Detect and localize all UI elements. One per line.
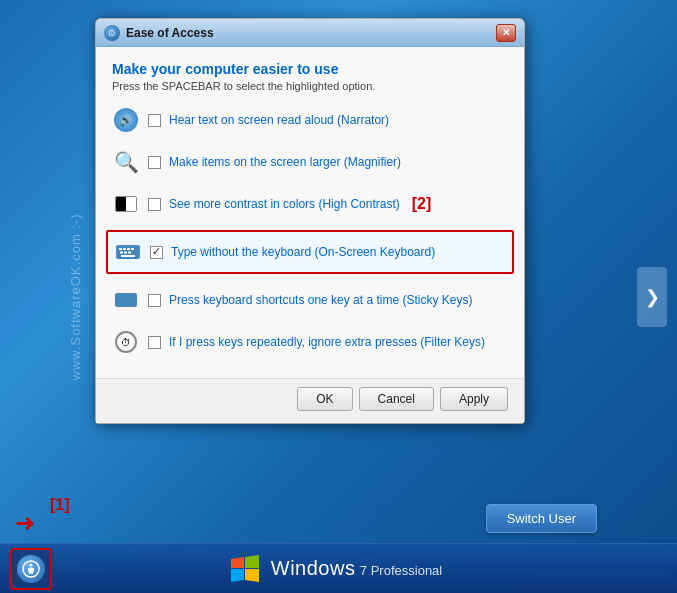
cancel-button[interactable]: Cancel	[359, 387, 434, 411]
option-narrator: 🔊 Hear text on screen read aloud (Narrat…	[112, 104, 508, 136]
ease-of-access-taskbar-button[interactable]	[10, 548, 52, 590]
dialog-title: Ease of Access	[126, 26, 214, 40]
dialog-subtext: Press the SPACEBAR to select the highlig…	[112, 80, 508, 92]
start-area	[10, 548, 52, 590]
label-2: [2]	[412, 195, 432, 213]
ok-button[interactable]: OK	[297, 387, 352, 411]
narrator-icon: 🔊	[112, 106, 140, 134]
filter-label: If I press keys repeatedly, ignore extra…	[169, 335, 485, 349]
arrow-right-icon: ❯	[645, 286, 660, 308]
filter-icon: ⏱	[115, 331, 137, 353]
sticky-icon	[115, 293, 137, 307]
contrast-icon	[115, 196, 137, 212]
option-onscreen-highlighted: Type without the keyboard (On-Screen Key…	[106, 230, 514, 274]
desktop: www.SoftwareOK.com :-) www.SoftwareOK.co…	[0, 0, 677, 593]
magnifier-checkbox[interactable]	[148, 156, 161, 169]
svg-rect-5	[120, 251, 123, 253]
dialog-heading: Make your computer easier to use	[112, 61, 508, 77]
sticky-label: Press keyboard shortcuts one key at a ti…	[169, 293, 472, 307]
windows-text-area: Windows 7 Professional	[271, 557, 442, 580]
option-onscreen: Type without the keyboard (On-Screen Key…	[114, 236, 506, 268]
option-contrast: See more contrast in colors (High Contra…	[112, 188, 508, 220]
contrast-icon-wrap	[112, 190, 140, 218]
magnifier-label: Make items on the screen larger (Magnifi…	[169, 155, 401, 169]
svg-rect-3	[127, 248, 130, 250]
svg-rect-1	[119, 248, 122, 250]
filter-checkbox[interactable]	[148, 336, 161, 349]
windows-edition-label: 7 Professional	[360, 563, 442, 578]
sticky-checkbox[interactable]	[148, 294, 161, 307]
nav-arrow[interactable]: ❯	[637, 267, 667, 327]
svg-rect-2	[123, 248, 126, 250]
narrator-label: Hear text on screen read aloud (Narrator…	[169, 113, 389, 127]
close-button[interactable]: ✕	[496, 24, 516, 42]
windows-label: Windows	[271, 557, 356, 579]
dialog-titlebar: ⊙ Ease of Access ✕	[96, 19, 524, 47]
dialog-content: Make your computer easier to use Press t…	[96, 47, 524, 378]
taskbar: Windows 7 Professional	[0, 543, 677, 593]
svg-rect-4	[131, 248, 134, 250]
svg-rect-6	[124, 251, 127, 253]
arrow-indicator: [1] ➜	[15, 506, 35, 538]
svg-rect-8	[121, 255, 135, 257]
sticky-icon-wrap	[112, 286, 140, 314]
switch-user-area: Switch User	[486, 504, 597, 533]
magnifier-icon: 🔍	[112, 148, 140, 176]
option-sticky: Press keyboard shortcuts one key at a ti…	[112, 284, 508, 316]
ease-of-access-dialog: ⊙ Ease of Access ✕ Make your computer ea…	[95, 18, 525, 424]
onscreen-checkbox[interactable]	[150, 246, 163, 259]
label-1-text: [1]	[50, 496, 70, 514]
dialog-buttons: OK Cancel Apply	[96, 378, 524, 423]
title-left: ⊙ Ease of Access	[104, 25, 214, 41]
contrast-checkbox[interactable]	[148, 198, 161, 211]
apply-button[interactable]: Apply	[440, 387, 508, 411]
svg-rect-7	[128, 251, 131, 253]
watermark-text: www.SoftwareOK.com :-)	[68, 213, 83, 380]
windows-logo-area: Windows 7 Professional	[227, 551, 442, 587]
keyboard-icon-wrap	[114, 238, 142, 266]
ease-of-access-icon	[17, 555, 45, 583]
option-magnifier: 🔍 Make items on the screen larger (Magni…	[112, 146, 508, 178]
option-filter: ⏱ If I press keys repeatedly, ignore ext…	[112, 326, 508, 358]
windows-flag-icon	[227, 551, 263, 587]
arrow-icon: ➜	[15, 509, 35, 536]
onscreen-label: Type without the keyboard (On-Screen Key…	[171, 245, 435, 259]
switch-user-button[interactable]: Switch User	[486, 504, 597, 533]
contrast-label: See more contrast in colors (High Contra…	[169, 197, 400, 211]
dialog-icon: ⊙	[104, 25, 120, 41]
filter-icon-wrap: ⏱	[112, 328, 140, 356]
svg-point-10	[30, 563, 33, 566]
narrator-checkbox[interactable]	[148, 114, 161, 127]
keyboard-icon	[116, 245, 140, 259]
